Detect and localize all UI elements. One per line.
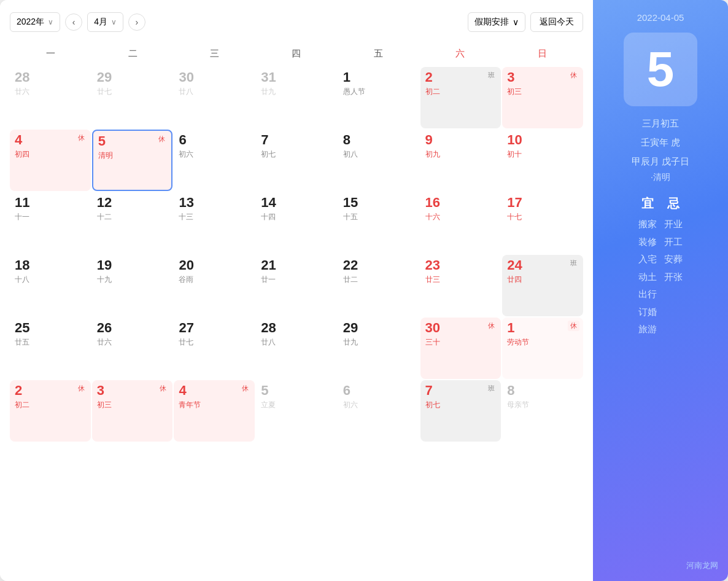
- prev-month-button[interactable]: ‹: [65, 14, 82, 31]
- holiday-selector[interactable]: 假期安排 ∨: [468, 12, 525, 32]
- calendar-cell[interactable]: 8母亲节: [502, 380, 583, 442]
- calendar-cell[interactable]: 17十七: [502, 192, 583, 254]
- day-number: 31: [261, 71, 332, 84]
- yi-column: 宜 搬家装修入宅动土出行订婚旅游: [638, 195, 657, 338]
- work-badge: 班: [486, 70, 497, 80]
- day-number: 9: [425, 133, 497, 147]
- month-selector[interactable]: 4月 ∨: [87, 12, 123, 32]
- day-number: 26: [97, 321, 168, 335]
- festival-label: ·清明: [603, 172, 718, 183]
- weekday-thu: 四: [255, 44, 337, 63]
- calendar-cell[interactable]: 29廿九: [338, 318, 419, 379]
- lunar-text: 立夏: [261, 400, 332, 410]
- lunar-text: 初九: [425, 149, 497, 160]
- calendar-cell[interactable]: 16十六: [420, 192, 501, 254]
- calendar-cell[interactable]: 28廿六: [10, 67, 91, 128]
- weekday-sun: 日: [501, 44, 583, 63]
- yi-item: 入宅: [638, 251, 657, 268]
- calendar-cell[interactable]: 8初八: [338, 130, 419, 191]
- calendar-cell[interactable]: 21廿一: [256, 255, 337, 316]
- day-number: 22: [343, 259, 414, 272]
- year-selector[interactable]: 2022年 ∨: [10, 12, 60, 32]
- lunar-text: 初六: [343, 400, 414, 410]
- lunar-text: 初二: [15, 400, 86, 410]
- lunar-text: 十五: [343, 212, 414, 222]
- month-label: 4月: [94, 17, 107, 28]
- rest-badge: 休: [568, 321, 579, 331]
- lunar-text: 十二: [97, 212, 168, 222]
- lunar-text: 十四: [261, 212, 332, 222]
- calendar-cell[interactable]: 班2初二: [420, 67, 501, 128]
- lunar-text: 廿九: [343, 337, 414, 348]
- calendar-cell[interactable]: 休30三十: [420, 318, 501, 379]
- calendar-cell[interactable]: 20谷雨: [174, 255, 255, 316]
- day-number: 17: [507, 196, 578, 209]
- weekday-sat: 六: [419, 44, 501, 63]
- calendar-cell[interactable]: 6初六: [174, 130, 255, 191]
- calendar-cell[interactable]: 1愚人节: [338, 67, 419, 128]
- ji-label: 忌: [667, 195, 680, 212]
- lunar-text: 初三: [507, 87, 578, 97]
- calendar-cell[interactable]: 班7初七: [420, 380, 501, 442]
- today-button[interactable]: 返回今天: [530, 12, 583, 32]
- calendar-cell[interactable]: 11十一: [10, 192, 91, 254]
- calendar-cell[interactable]: 29廿七: [92, 67, 173, 128]
- calendar-cell[interactable]: 12十二: [92, 192, 173, 254]
- yi-items-container: 搬家装修入宅动土出行订婚旅游: [638, 216, 657, 338]
- next-month-button[interactable]: ›: [128, 14, 145, 31]
- calendar-cell[interactable]: 休3初三: [92, 380, 173, 442]
- prev-icon: ‹: [72, 17, 76, 27]
- right-date: 2022-04-05: [603, 12, 718, 23]
- work-badge: 班: [568, 258, 579, 268]
- day-number: 6: [343, 384, 414, 397]
- day-number: 10: [507, 133, 578, 147]
- yi-item: 订婚: [638, 303, 657, 321]
- week-header: 一 二 三 四 五 六 日: [10, 44, 583, 63]
- year-label: 2022年: [17, 17, 44, 28]
- lunar-text: 廿一: [261, 275, 332, 285]
- calendar-cell[interactable]: 18十八: [10, 255, 91, 316]
- calendar-cell[interactable]: 25廿五: [10, 318, 91, 379]
- yi-item: 搬家: [638, 216, 657, 233]
- calendar-cell[interactable]: 休1劳动节: [502, 318, 583, 379]
- lunar-text: 廿三: [425, 275, 497, 285]
- footer-brand: 河南龙网: [603, 560, 718, 571]
- month-chevron-icon: ∨: [111, 18, 117, 26]
- day-number: 5: [261, 384, 332, 397]
- calendar-cell[interactable]: 10初十: [502, 130, 583, 191]
- calendar-cell[interactable]: 休2初二: [10, 380, 91, 442]
- lunar-text: 青年节: [179, 400, 250, 410]
- calendar-cell[interactable]: 22廿二: [338, 255, 419, 316]
- calendar-cell[interactable]: 6初六: [338, 380, 419, 442]
- calendar-cell[interactable]: 28廿八: [256, 318, 337, 379]
- lunar-text: 谷雨: [179, 275, 250, 285]
- today-label: 返回今天: [540, 17, 574, 26]
- calendar-cell[interactable]: 休3初三: [502, 67, 583, 128]
- calendar-cell[interactable]: 7初七: [256, 130, 337, 191]
- lunar-text: 廿二: [343, 275, 414, 285]
- calendar-cell[interactable]: 31廿九: [256, 67, 337, 128]
- yi-label: 宜: [641, 195, 654, 212]
- lunar-text: 廿七: [97, 87, 168, 97]
- calendar-cell[interactable]: 休4初四: [10, 130, 91, 191]
- calendar-cell[interactable]: 15十五: [338, 192, 419, 254]
- calendar-cell[interactable]: 23廿三: [420, 255, 501, 316]
- calendar-cell[interactable]: 9初九: [420, 130, 501, 191]
- calendar-cell[interactable]: 30廿八: [174, 67, 255, 128]
- day-number: 28: [15, 71, 86, 84]
- calendar-cell[interactable]: 14十四: [256, 192, 337, 254]
- day-number: 25: [15, 321, 86, 335]
- calendar-cell[interactable]: 26廿六: [92, 318, 173, 379]
- calendar-cell[interactable]: 休4青年节: [174, 380, 255, 442]
- year-chevron-icon: ∨: [48, 18, 53, 26]
- calendar-cell[interactable]: 休5清明: [92, 130, 173, 191]
- rest-badge: 休: [157, 383, 169, 394]
- calendar-cell[interactable]: 班24廿四: [502, 255, 583, 316]
- calendar-cell[interactable]: 13十三: [174, 192, 255, 254]
- calendar-cell[interactable]: 27廿七: [174, 318, 255, 379]
- calendar-cell[interactable]: 5立夏: [256, 380, 337, 442]
- yi-item: 出行: [638, 286, 657, 303]
- lunar-text: 初十: [507, 149, 578, 160]
- lunar-text: 廿八: [179, 87, 250, 97]
- calendar-cell[interactable]: 19十九: [92, 255, 173, 316]
